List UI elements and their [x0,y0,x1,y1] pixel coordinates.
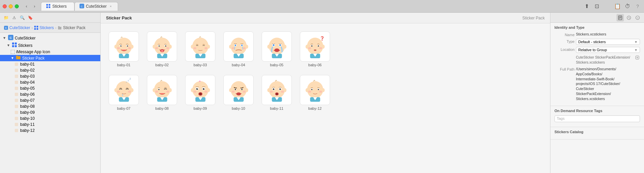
svg-point-57 [231,47,234,49]
sticker-baby-11[interactable]: baby-11 [259,72,294,113]
svg-point-89 [117,91,120,93]
project-item-baby-07[interactable]: baby-07 [0,97,100,103]
sticker-grid: baby-01 [101,23,550,173]
help-inspector-tab[interactable]: ? [634,14,641,21]
svg-point-18 [116,37,132,55]
baby-02-icon [15,69,18,72]
svg-point-62 [283,45,286,49]
imessage-icon-img [11,50,15,54]
project-item-baby-02[interactable]: baby-02 [0,67,100,73]
sticker-baby-04[interactable]: baby-04 [221,29,256,70]
svg-point-78 [318,45,319,47]
fullpath-value: /Users/simon/Documents/AppCoda/Books/Int… [576,67,640,101]
project-item-baby-06[interactable]: baby-06 [0,91,100,97]
sticker-baby-06[interactable]: ❓ [297,29,333,70]
share-button[interactable]: ⬆ [583,3,590,10]
search-icon[interactable]: 🔍 [19,14,25,21]
svg-point-44 [192,37,208,55]
tab-cutesticker[interactable]: C CuteSticker × [74,2,118,11]
sticker-baby-12[interactable]: baby-12 [297,72,333,113]
svg-point-61 [267,45,270,49]
project-item-baby-03[interactable]: baby-03 [0,73,100,79]
project-item-baby-10[interactable]: baby-10 [0,115,100,121]
maximize-button[interactable] [15,4,19,8]
warning-icon[interactable]: ⚠ [11,14,17,21]
tab-stickers-label: Stickers [52,4,67,9]
project-item-sticker-pack[interactable]: ▶ Sticker Pack [0,55,100,61]
sticker-baby-07[interactable]: z z z [106,72,142,113]
svg-text:?: ? [637,16,639,19]
bookmark-icon[interactable]: 🔖 [27,14,34,21]
baby-10-label: baby-10 [20,116,35,121]
project-item-cutesticker[interactable]: ▶ C CuteSticker [0,34,100,42]
project-app-icon: C [8,35,13,41]
inspector-type-row: Type Default - stickers ▼ [554,39,640,45]
project-item-baby-09[interactable]: baby-09 [0,109,100,115]
sidebar-toolbar: 📁 ⚠ 🔍 🔖 [0,13,100,23]
svg-point-23 [120,45,121,47]
svg-point-39 [155,47,158,49]
file-inspector-button[interactable]: 📋 [614,3,621,10]
svg-point-56 [241,45,243,46]
location-select[interactable]: Relative to Group ▼ [576,47,640,53]
fullpath-label: Full Path [554,67,575,71]
sticker-baby-10[interactable]: baby-10 [221,72,256,113]
project-item-baby-04[interactable]: baby-04 [0,79,100,85]
folder-icon[interactable]: 📁 [3,14,9,21]
sticker-baby-09[interactable]: ✦ [182,72,218,113]
svg-point-146 [311,89,312,90]
project-item-baby-12[interactable]: baby-12 [0,127,100,134]
forward-button[interactable]: › [31,3,38,10]
svg-point-65 [273,44,274,46]
tab-close-button[interactable]: × [108,4,113,9]
svg-rect-3 [49,6,50,8]
breadcrumb-cutesticker[interactable]: C CuteSticker [4,25,30,30]
svg-point-83 [116,81,132,98]
inspector-name-row: Name Stickers.xcstickers [554,32,640,37]
project-item-imessage-icon[interactable]: iMessage App Icon [0,49,100,55]
baby-08-label: baby-08 [20,104,35,109]
project-item-baby-08[interactable]: baby-08 [0,103,100,109]
path-action-button[interactable] [635,55,640,60]
svg-text:C: C [5,27,7,29]
file-inspector-tab[interactable] [616,14,624,21]
sticker-baby-02[interactable]: baby-02 [144,29,180,70]
location-select-value: Relative to Group [578,48,607,52]
tags-field[interactable]: Tags [554,115,640,122]
help-button[interactable]: ? [634,3,641,10]
project-item-baby-01[interactable]: baby-01 [0,61,100,67]
svg-point-136 [270,91,273,93]
inspector-stickers-catalog-section: Stickers Catalog [550,127,644,140]
baby-09-label: baby-09 [20,110,35,115]
history-inspector-tab[interactable] [625,14,633,21]
sticker-baby-01-image [109,31,139,62]
svg-point-48 [204,47,207,49]
svg-point-134 [273,88,274,89]
tab-stickers[interactable]: Stickers [41,2,74,11]
history-button[interactable]: ⏱ [624,3,631,10]
tab-cutesticker-label: CuteSticker [86,4,107,9]
svg-point-98 [155,91,158,93]
svg-point-137 [281,91,284,93]
sticker-baby-05-label: baby-05 [270,63,283,67]
svg-rect-8 [34,26,36,27]
sticker-baby-01[interactable]: baby-01 [106,29,142,70]
close-button[interactable] [3,4,7,8]
project-item-baby-05[interactable]: baby-05 [0,85,100,91]
breadcrumb-stickers[interactable]: Stickers [34,25,54,30]
sticker-baby-05[interactable]: baby-05 [259,29,294,70]
svg-point-69 [274,48,279,52]
svg-point-114 [199,93,202,95]
project-item-stickers[interactable]: ▶ Stickers [0,42,100,49]
stickers-catalog-section-title: Stickers Catalog [554,130,640,134]
project-item-baby-11[interactable]: baby-11 [0,121,100,127]
sticker-baby-08[interactable]: baby-08 [144,72,180,113]
type-select[interactable]: Default - stickers ▼ [576,39,640,45]
back-button[interactable]: ‹ [23,3,30,10]
baby-11-icon [15,123,18,126]
sticker-baby-03[interactable]: baby-03 [182,29,218,70]
baby-05-icon [15,87,18,90]
svg-point-141 [307,81,323,98]
panel-toggle-button[interactable]: ⊡ [593,3,600,10]
minimize-button[interactable] [9,4,13,8]
